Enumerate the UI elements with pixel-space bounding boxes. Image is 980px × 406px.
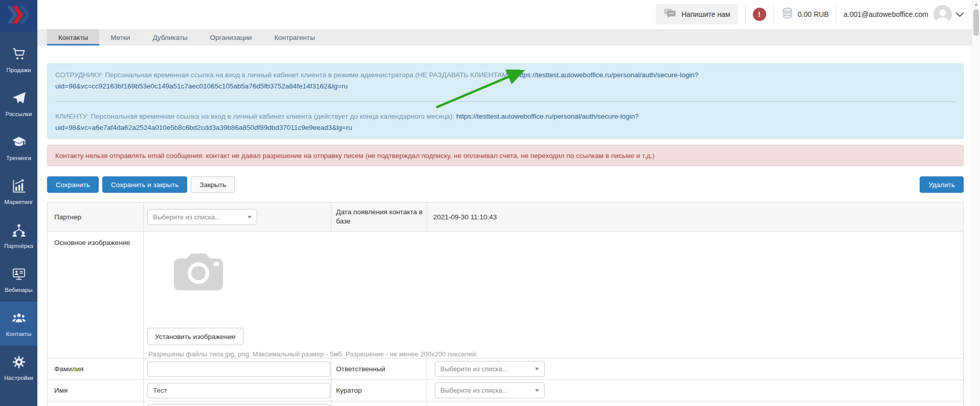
paper-plane-icon [12,91,26,107]
caret-down-icon [535,368,539,370]
people-group-icon [12,311,26,327]
table-row-middlename: Отчество [48,401,963,406]
sidebar-item-affiliate[interactable]: Партнёрка [0,214,37,258]
table-row-firstname: Имя Куратор Выберите из списка... [48,380,963,401]
gear-icon [12,355,26,371]
tab-duplicates[interactable]: Дубликаты [141,29,198,46]
email-warning-box: Контакту нельзя отправлять email сообщен… [47,145,964,166]
sidebar-item-label: Рассылки [6,111,32,117]
sidebar-item-label: Контакты [6,331,32,337]
lastname-input[interactable] [147,362,330,377]
tab-counterparties[interactable]: Контрагенты [263,29,326,46]
image-requirements-hint: Разрешены файлы типа jpg, png. Максималь… [148,350,478,358]
employee-login-link[interactable]: https://testtest.autoweboffice.ru/person… [516,71,698,79]
sidebar-item-settings[interactable]: Настройки [0,346,37,390]
delete-button[interactable]: Удалить [920,176,964,193]
people-network-icon [12,223,26,239]
sidebar: Продажи Рассылки Тренинги [0,0,37,406]
chat-bubbles-icon [663,8,677,20]
avatar [933,5,952,24]
client-link-paragraph: КЛИЕНТУ: Персональная временная ссылка н… [55,111,955,133]
partner-select-value: Выберите из списка... [153,213,220,221]
top-header: Напишите нам ! 0.00 RUB a.001@autoweboff… [37,0,972,28]
write-us-button[interactable]: Напишите нам [656,4,738,25]
firstname-input[interactable] [147,383,330,398]
camera-placeholder-icon [163,245,234,296]
sidebar-item-mailings[interactable]: Рассылки [0,82,37,126]
save-button[interactable]: Сохранить [47,176,99,193]
bar-chart-icon [12,179,26,195]
toolbar: Сохранить Сохранить и закрыть Закрыть Уд… [47,176,964,193]
write-us-label: Напишите нам [681,10,730,18]
alert-icon[interactable]: ! [753,8,766,21]
caret-down-icon [248,216,252,218]
client-login-link-continuation[interactable]: uid=98&vc=a6e7af4da62a2524a010e5b8c6bd2c… [55,122,955,133]
sidebar-item-label: Вебинары [5,287,32,293]
email-warning-text: Контакту нельзя отправлять email сообщен… [55,152,655,160]
chevron-down-icon [956,9,964,17]
sidebar-item-label: Маркетинг [5,199,33,205]
table-row-main-image: Основное изображение Установить изображе… [48,232,963,358]
info-box-divider [55,101,955,102]
webinar-monitor-icon [12,267,26,283]
employee-login-link-continuation[interactable]: uid=98&vc=cc92163bf169b53e0c149a51c7aec0… [55,81,955,92]
sidebar-item-label: Партнёрка [4,243,33,249]
employee-link-prefix: СОТРУДНИКУ: Персональная временная ссылк… [55,71,516,79]
sidebar-item-trainings[interactable]: Тренинги [0,126,37,170]
main-image-label: Основное изображение [48,232,144,358]
contact-form-table: Партнер Выберите из списка... Дата появл… [47,202,964,406]
sidebar-item-sales[interactable]: Продажи [0,38,37,82]
curator-select-value: Выберите из списка... [440,387,508,394]
sidebar-item-webinars[interactable]: Вебинары [0,258,37,302]
responsible-select[interactable]: Выберите из списка... [435,361,545,377]
table-row-partner: Партнер Выберите из списка... Дата появл… [48,202,963,232]
chevrons-logo-icon [7,6,31,26]
header-divider [836,5,836,24]
client-login-link[interactable]: https://testtest.autoweboffice.ru/person… [456,112,639,120]
sidebar-item-label: Тренинги [6,155,31,161]
account-menu[interactable]: a.001@autoweboffice.com [843,5,963,24]
created-date-label: Дата появления контакта в базе [331,202,427,231]
tab-organizations[interactable]: Организации [199,29,263,46]
login-links-info-box: СОТРУДНИКУ: Персональная временная ссылк… [47,63,964,139]
coins-icon [781,8,794,20]
responsible-select-value: Выберите из списка... [440,365,508,373]
scrollbar-up-arrow-icon[interactable]: ▲ [972,0,980,8]
client-link-prefix: КЛИЕНТУ: Персональная временная ссылка н… [55,112,456,120]
set-image-button[interactable]: Установить изображение [147,328,243,345]
sidebar-item-label: Продажи [6,67,31,73]
scrollbar[interactable]: ▲ [972,0,980,406]
responsible-label: Ответственный [331,358,427,379]
header-divider [773,5,774,24]
app-logo[interactable] [0,0,37,32]
sidebar-item-contacts[interactable]: Контакты [0,302,37,346]
caret-down-icon [535,389,539,392]
tab-bar: Контакты Метки Дубликаты Организации Кон… [37,29,972,46]
curator-select[interactable]: Выберите из списка... [435,382,545,398]
partner-label: Партнер [48,202,144,231]
header-divider [745,5,746,24]
cart-icon [12,47,26,63]
account-email: a.001@autoweboffice.com [843,10,928,18]
alert-symbol: ! [758,10,761,18]
balance-value: 0.00 RUB [798,10,829,18]
middlename-label: Отчество [48,401,144,406]
middlename-input[interactable] [147,404,330,406]
sidebar-item-marketing[interactable]: Маркетинг [0,170,37,214]
firstname-label: Имя [48,380,144,401]
graduation-cap-icon [12,135,26,151]
balance-button[interactable]: 0.00 RUB [781,8,829,20]
employee-link-paragraph: СОТРУДНИКУ: Персональная временная ссылк… [55,70,955,92]
sidebar-item-label: Настройки [4,375,33,381]
curator-label: Куратор [331,380,427,401]
save-and-close-button[interactable]: Сохранить и закрыть [102,176,187,193]
tab-contacts[interactable]: Контакты [47,29,99,46]
partner-select[interactable]: Выберите из списка... [147,209,257,225]
lastname-label: Фамилия [48,358,144,379]
tab-labels[interactable]: Метки [99,29,141,46]
created-date-value: 2021-09-30 11:10:43 [433,213,497,221]
table-row-lastname: Фамилия Ответственный Выберите из списка… [48,358,963,380]
scrollbar-thumb[interactable] [973,9,979,36]
close-button[interactable]: Закрыть [191,176,235,193]
